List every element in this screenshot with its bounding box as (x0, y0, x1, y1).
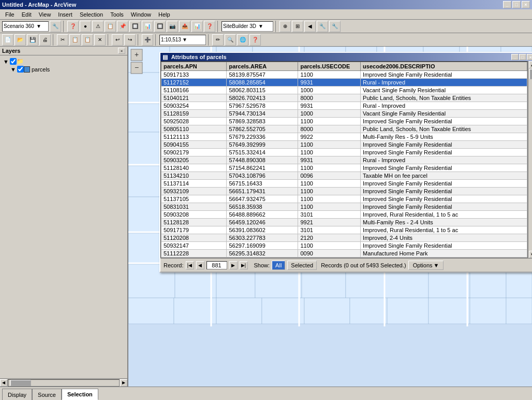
table-row[interactable]: 5113710556647.9324751100Improved Single … (161, 195, 527, 203)
open-btn[interactable]: 📂 (14, 34, 26, 46)
dialog-close-btn[interactable]: × (527, 54, 532, 60)
vscroll-thumb[interactable] (529, 69, 533, 79)
sitebuilder-dropdown[interactable]: SiteBuilder 3D ▼ (221, 21, 273, 32)
filter-all-btn[interactable]: All (272, 261, 285, 270)
table-row[interactable]: 5093210956651.1794311100Improved Single … (161, 188, 527, 195)
table-row[interactable]: 5112020856303.2277832120Improved, 2-4 Un… (161, 234, 527, 242)
globe-btn[interactable]: 🌐 (237, 34, 248, 46)
vscroll-up-btn[interactable]: ▲ (529, 61, 533, 68)
edit-btn[interactable]: ✏ (212, 34, 224, 46)
table-row[interactable]: 5090325457967.5295789931Rural - Improved (161, 102, 527, 110)
dialog-maximize-btn[interactable]: □ (519, 54, 526, 60)
table-row[interactable]: 5090217957515.3324141100Improved Single … (161, 149, 527, 156)
tool-btn-5[interactable]: 📋 (105, 21, 116, 32)
record-last-btn[interactable]: ▶| (240, 261, 248, 269)
paste-btn[interactable]: 📋 (82, 34, 93, 46)
layer-checkbox-2[interactable] (17, 66, 24, 73)
tool-btn-2[interactable]: ❓ (67, 21, 79, 32)
table-row[interactable]: 5111222856295.3148320090Manufactured Hom… (161, 250, 527, 258)
tool-btn-1[interactable]: 🔧 (50, 21, 61, 32)
expand-icon-2[interactable]: ▼ (10, 66, 16, 73)
record-prev-btn[interactable]: ◀ (196, 261, 204, 269)
tool-btn-9[interactable]: 🔲 (154, 21, 166, 32)
table-row[interactable]: 5112111357679.2293369922Multi-Family Res… (161, 133, 527, 141)
tool-btn-4[interactable]: ⚠ (92, 21, 104, 32)
tool-btn-6[interactable]: 📌 (117, 21, 128, 32)
add-data-btn[interactable]: ➕ (142, 34, 153, 46)
scenario-dropdown[interactable]: Scenario 360 ▼ (2, 21, 49, 32)
hscroll-right-btn[interactable]: ▶ (120, 379, 127, 387)
menu-edit[interactable]: Edit (19, 10, 35, 19)
menu-selection[interactable]: Selection (77, 10, 106, 19)
layer-checkbox-1[interactable] (10, 58, 17, 65)
tool-btn-11[interactable]: 📤 (179, 21, 190, 32)
record-number-input[interactable]: 881 (206, 261, 227, 269)
help2-btn[interactable]: ❓ (249, 34, 261, 46)
window-controls[interactable]: _ □ × (503, 1, 530, 8)
vscrollbar[interactable]: ▲ ▼ (528, 61, 532, 258)
table-row[interactable]: 5113711456715.164331100Improved Single F… (161, 180, 527, 188)
tool-btn-15[interactable]: ⊞ (292, 21, 303, 32)
table-row[interactable]: 5080511057862.5527058000Public Land, Sch… (161, 125, 527, 133)
table-row[interactable]: 5091717956391.0836023101Improved, Rural … (161, 226, 527, 234)
cut-btn[interactable]: ✂ (57, 34, 68, 46)
table-row[interactable]: 5090415557649.3929991100Improved Single … (161, 141, 527, 149)
menu-help[interactable]: Help (155, 10, 173, 19)
record-next-btn[interactable]: ▶ (229, 261, 238, 269)
save-btn[interactable]: 💾 (27, 34, 38, 46)
tab-source[interactable]: Source (32, 389, 62, 400)
close-button[interactable]: × (522, 1, 530, 8)
table-row[interactable]: 5093214756297.1690991100Improved Single … (161, 242, 527, 250)
tool-btn-3[interactable]: ● (80, 21, 91, 32)
layers-close-btn[interactable]: × (118, 48, 125, 54)
tool-btn-16[interactable]: ◀ (304, 21, 316, 32)
scale-dropdown[interactable]: 1:10,513 ▼ (159, 35, 206, 45)
tool-btn-17[interactable]: 🔧 (317, 21, 328, 32)
table-row[interactable]: 5092502857869.3285831100Improved Single … (161, 118, 527, 125)
table-row[interactable]: 5090320557448.8903089931Rural - Improved (161, 156, 527, 164)
tool-btn-8[interactable]: 📊 (142, 21, 153, 32)
menu-insert[interactable]: Insert (55, 10, 76, 19)
identify-btn[interactable]: 🔍 (225, 34, 236, 46)
filter-selected-btn[interactable]: Selected (287, 261, 317, 270)
new-btn[interactable]: 📄 (2, 34, 13, 46)
options-btn[interactable]: Options ▼ (408, 261, 444, 270)
table-row[interactable]: 5112812856459.1202469921Multi-Family Res… (161, 219, 527, 226)
col-header-desc[interactable]: usecode2006.DESCRIPTIO (361, 62, 527, 71)
menu-window[interactable]: Window (128, 10, 154, 19)
table-row[interactable]: 5110816658062.8031151000Vacant Single Fa… (161, 87, 527, 94)
table-row[interactable]: 5113421057043.1087960096Taxable MH on fe… (161, 172, 527, 180)
col-header-apn[interactable]: parcels.APN (161, 62, 227, 71)
copy-btn[interactable]: 📋 (69, 34, 81, 46)
tab-selection[interactable]: Selection (62, 389, 98, 400)
menu-tools[interactable]: Tools (107, 10, 127, 19)
table-row[interactable]: 5112814057154.8622411100Improved Single … (161, 164, 527, 172)
tool-btn-10[interactable]: 📷 (167, 21, 178, 32)
hscroll-thumb[interactable] (10, 380, 31, 386)
dialog-minimize-btn[interactable]: _ (511, 54, 519, 60)
tool-btn-12[interactable]: 📊 (191, 21, 203, 32)
col-header-usecode[interactable]: parcels.USECODE (298, 62, 361, 71)
print-btn[interactable]: 🖨 (39, 34, 51, 46)
dialog-title-bar[interactable]: ▤ Attributes of parcels _ □ × (160, 53, 532, 61)
tool-btn-7[interactable]: 🔲 (129, 21, 141, 32)
redo-btn[interactable]: ↪ (124, 34, 136, 46)
menu-file[interactable]: File (2, 10, 18, 19)
table-row[interactable]: 5091713358139.8755471100Improved Single … (161, 71, 527, 79)
vscroll-down-btn[interactable]: ▼ (529, 251, 533, 258)
expand-icon-1[interactable]: ▼ (3, 59, 9, 65)
tool-btn-14[interactable]: ⊕ (279, 21, 291, 32)
table-row[interactable]: 5090320856488.8896623101Improved, Rural … (161, 211, 527, 219)
table-container[interactable]: parcels.APN parcels.AREA parcels.USECODE… (160, 61, 528, 258)
table-row[interactable]: 5112715258088.2858549931Rural - Improved (161, 79, 527, 87)
tool-btn-13[interactable]: ❓ (204, 21, 215, 32)
dialog-controls[interactable]: _ □ × (511, 54, 532, 60)
menu-view[interactable]: View (36, 10, 54, 19)
col-header-area[interactable]: parcels.AREA (227, 62, 298, 71)
maximize-button[interactable]: □ (512, 1, 521, 8)
minimize-button[interactable]: _ (503, 1, 511, 8)
delete-btn[interactable]: ✕ (94, 34, 106, 46)
undo-btn[interactable]: ↩ (112, 34, 123, 46)
record-first-btn[interactable]: |◀ (186, 261, 194, 269)
table-row[interactable]: 5083103156518.359381100Improved Single F… (161, 203, 527, 211)
